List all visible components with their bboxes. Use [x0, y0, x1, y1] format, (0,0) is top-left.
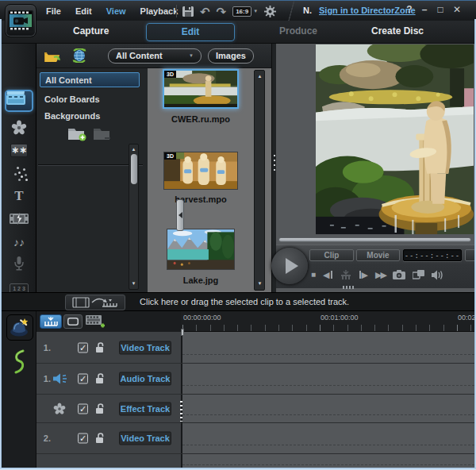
track-manager-button[interactable] [86, 314, 106, 329]
play-icon [286, 258, 298, 274]
track-label[interactable]: Effect Track [119, 402, 171, 415]
header-content-splitter-grip[interactable] [180, 401, 182, 422]
title-room-button[interactable]: T [7, 187, 31, 206]
unlock-icon[interactable] [95, 373, 106, 384]
save-icon[interactable] [182, 6, 194, 17]
menu-edit[interactable]: Edit [75, 6, 92, 16]
track-content[interactable] [182, 395, 474, 422]
play-button[interactable] [271, 248, 308, 284]
scroll-up-icon[interactable]: ▲ [130, 146, 137, 153]
timeline-ruler[interactable]: 00:00:00:00 00:01:00:00 00:02:00:00 [181, 311, 474, 332]
add-folder-button[interactable] [68, 126, 87, 141]
titlebar-divider [284, 1, 298, 21]
track-enable-checkbox[interactable]: ✓ [78, 433, 88, 444]
timecode-display[interactable]: --:--:--:-- [403, 249, 462, 261]
tree-divider [38, 164, 143, 165]
track-header[interactable]: 2. ✓ Video Track [36, 423, 181, 453]
undo-icon[interactable]: ↶ [200, 6, 210, 17]
track-content[interactable] [182, 332, 474, 363]
gear-icon[interactable] [264, 6, 276, 17]
delete-folder-button[interactable] [94, 127, 113, 141]
tree-scrollbar[interactable]: ▲ ▼ [129, 144, 139, 290]
import-media-button[interactable] [44, 49, 62, 63]
volume-button[interactable] [432, 270, 443, 280]
insert-clip-button[interactable] [65, 295, 125, 310]
track-enable-checkbox[interactable]: ✓ [78, 403, 88, 414]
tab-edit[interactable]: Edit [146, 23, 235, 41]
scroll-down-icon[interactable]: ▼ [130, 280, 137, 287]
media-item-cwer[interactable]: 3D [163, 69, 239, 109]
snapshot-button[interactable] [393, 270, 405, 279]
effect-room-button[interactable] [7, 118, 31, 137]
undock-preview-button[interactable] [413, 270, 424, 279]
library-scrollbar-thumb[interactable] [257, 142, 263, 218]
ruler-label: 00:01:00:00 [321, 314, 359, 322]
track-header[interactable]: ✓ Effect Track [36, 395, 181, 422]
transition-room-button[interactable] [7, 209, 31, 228]
signin-link[interactable]: Sign in to DirectorZone [319, 6, 416, 15]
fast-forward-button[interactable]: ▶▶ [375, 271, 386, 279]
unlock-icon[interactable] [95, 433, 106, 444]
collection-dropdown[interactable]: All Content ▼ [108, 48, 202, 64]
magic-movie-wizard-button[interactable] [6, 314, 33, 341]
track-label[interactable]: Video Track [119, 341, 171, 354]
help-button[interactable]: ? [403, 4, 416, 15]
download-from-directorzone-button[interactable] [71, 48, 87, 63]
menu-view[interactable]: View [106, 6, 126, 16]
aspect-ratio-selector[interactable]: 16:9 ▼ [232, 6, 258, 17]
previous-frame-button[interactable]: ◀ [323, 271, 332, 279]
media-item-lake[interactable] [167, 229, 235, 270]
redo-icon[interactable]: ↷ [217, 6, 227, 17]
preview-image [316, 44, 474, 234]
dual-window-icon [413, 270, 424, 279]
media-room-button[interactable] [5, 90, 33, 112]
seek-tool-button[interactable] [340, 270, 351, 279]
track-label[interactable]: Audio Track [119, 372, 171, 386]
audio-mixing-room-button[interactable]: ♪♪ [7, 233, 31, 252]
voiceover-room-button[interactable] [7, 254, 31, 273]
track-header[interactable]: 1. ✓ Audio Track [36, 364, 181, 394]
clip-mode-button[interactable]: Clip [309, 249, 354, 261]
unlock-icon[interactable] [95, 342, 106, 353]
tab-create-disc[interactable]: Create Disc [371, 25, 424, 37]
particle-room-button[interactable] [7, 163, 31, 182]
track-enable-checkbox[interactable]: ✓ [78, 374, 88, 384]
tree-scrollbar-thumb[interactable] [131, 154, 137, 184]
stop-button[interactable]: ■ [311, 271, 316, 279]
minimize-button[interactable]: – [418, 4, 431, 15]
scroll-up-icon[interactable]: ▲ [256, 73, 263, 80]
tree-item-all-content[interactable]: All Content [40, 72, 140, 87]
delete-folder-icon [94, 127, 113, 141]
timeline-view-button[interactable] [40, 314, 62, 329]
slideshow-creator-button[interactable] [11, 349, 27, 375]
track-content[interactable] [182, 364, 474, 394]
preview-seekbar[interactable] [278, 237, 471, 242]
next-frame-button[interactable]: ▶ [359, 271, 368, 279]
track-content[interactable] [182, 454, 474, 468]
collapse-tree-handle[interactable] [176, 199, 184, 231]
media-item-harvest[interactable]: 3D [163, 152, 238, 190]
tree-item-backgrounds[interactable]: Backgrounds [40, 109, 140, 124]
scroll-down-icon[interactable]: ▼ [256, 280, 263, 287]
maximize-button[interactable]: □ [434, 4, 447, 15]
close-button[interactable]: ✕ [451, 4, 463, 15]
tree-item-color-boards[interactable]: Color Boards [40, 92, 140, 107]
window-frame-left [0, 19, 2, 470]
pip-objects-room-button[interactable]: ∗∗ [7, 141, 31, 160]
tab-produce[interactable]: Produce [279, 25, 317, 37]
storyboard-view-button[interactable] [63, 314, 83, 329]
filter-images-button[interactable]: Images [208, 48, 254, 64]
library-scrollbar[interactable]: ▲ ▼ [254, 70, 265, 291]
menu-playback[interactable]: Playback [140, 6, 178, 16]
track-header[interactable]: 1. ✓ Video Track [36, 332, 181, 363]
track-content[interactable] [182, 423, 474, 453]
track-enable-checkbox[interactable]: ✓ [78, 342, 88, 352]
menu-file[interactable]: File [46, 6, 61, 16]
movie-mode-button[interactable]: Movie [356, 249, 400, 261]
playhead-marker[interactable] [181, 329, 184, 336]
preview-timeline-splitter-grip[interactable] [343, 286, 354, 289]
track-label[interactable]: Video Track [119, 432, 171, 445]
unlock-icon[interactable] [95, 403, 106, 414]
profile-initial: N. [303, 6, 312, 15]
tab-capture[interactable]: Capture [73, 25, 109, 37]
